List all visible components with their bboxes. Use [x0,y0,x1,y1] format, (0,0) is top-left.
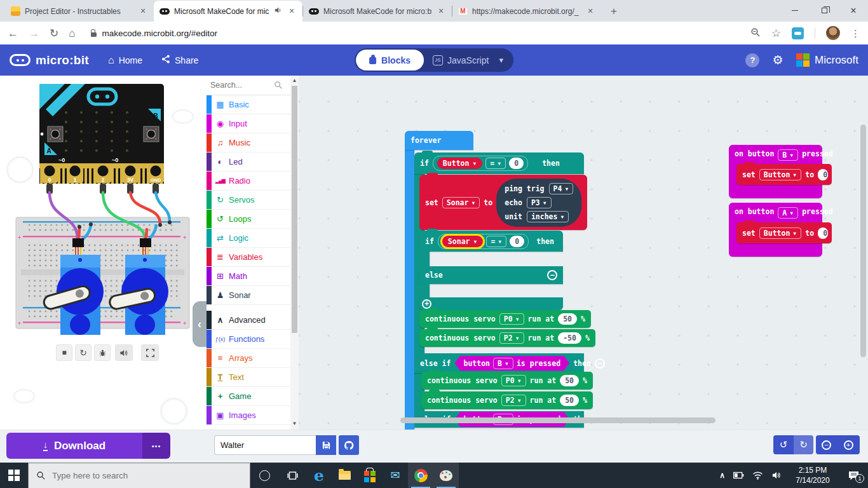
toolbox-category-basic[interactable]: ▦Basic [207,95,290,114]
back-icon[interactable]: ← [8,28,18,39]
number-value[interactable]: 50 [560,395,579,406]
tab-close-icon[interactable]: × [287,6,297,17]
tab-close-icon[interactable]: × [138,6,148,17]
toolbox-category-loops[interactable]: ↺Loops [207,210,290,229]
workspace-horizontal-scrollbar[interactable] [400,417,715,423]
operator-dropdown[interactable]: = ▾ [486,236,506,247]
reload-icon[interactable]: ↻ [50,28,58,39]
block-inner-if-spine-2[interactable] [419,284,430,297]
new-tab-button[interactable]: + [605,3,623,20]
tab-instructables[interactable]: Project Editor - Instructables × [5,1,154,22]
tray-chevron-icon[interactable]: ∧ [719,471,725,480]
download-more-button[interactable]: ••• [142,433,170,459]
variable-dropdown[interactable]: Button▾ [759,227,801,239]
extension-icon[interactable] [792,27,804,39]
button-dropdown[interactable]: A▾ [778,207,798,219]
tab-blocks[interactable]: Blocks [356,50,424,71]
sim-volume-button[interactable] [115,344,133,361]
battery-icon[interactable] [733,471,744,479]
pin-dropdown[interactable]: P2▾ [501,395,526,406]
button-b[interactable] [144,126,171,142]
toolbox-category-arrays[interactable]: ≡Arrays [207,349,290,368]
number-value[interactable]: 0 [509,158,524,169]
zoom-in-button[interactable]: + [837,435,860,454]
toolbox-category-variables[interactable]: ≣Variables [207,248,290,267]
action-center-button[interactable]: 1 [844,471,863,480]
toolbox-category-input[interactable]: ◉Input [207,114,290,133]
tab-close-icon[interactable]: × [585,6,595,17]
button-dropdown[interactable]: B▾ [493,358,513,369]
toolbox-category-sonar[interactable]: ♟Sonar [207,286,290,305]
profile-avatar[interactable] [826,26,840,40]
simulator-collapse-button[interactable]: ‹ [193,301,207,347]
toolbox-category-images[interactable]: ▣Images [207,406,290,425]
block-set-button-b[interactable]: set Button▾ to 0 [736,164,832,185]
number-value[interactable]: 0 [818,227,828,239]
toolbox-category-logic[interactable]: ⇄Logic [207,229,290,248]
save-button[interactable] [316,435,336,455]
pin-dropdown[interactable]: P0▾ [501,375,526,386]
taskbar-store[interactable] [357,463,383,488]
scroll-up-icon[interactable]: ▲ [290,78,299,83]
block-continuous-servo-1[interactable]: continuous servo P0▾ run at 50 % [419,310,591,328]
project-name-input[interactable] [214,435,316,455]
number-value[interactable]: 0 [510,236,524,247]
toolbox-category-game[interactable]: +Game [207,387,290,406]
block-inner-if-header[interactable]: if Sonar ▾ = ▾ 0 then [419,231,563,252]
tab-gmail-url[interactable]: M https://makecode.microbit.org/_ × [452,1,601,22]
block-continuous-servo-2[interactable]: continuous servo P2▾ run at -50 % [419,329,595,347]
taskbar-file-explorer[interactable] [332,463,357,488]
block-continuous-servo-3[interactable]: continuous servo P0▾ run at 50 % [421,372,593,390]
taskbar-paint-active[interactable] [433,463,459,488]
taskbar-clock[interactable]: 2:15 PM 7/14/2020 [790,465,836,485]
number-value[interactable]: 50 [560,375,579,386]
block-else-if-row[interactable]: else if button B▾ is pressed then − [414,353,584,373]
taskbar-chrome-active[interactable] [408,463,433,488]
start-button[interactable] [0,463,28,488]
sim-stop-button[interactable]: ■ [56,344,72,361]
pin-dropdown[interactable]: P2▾ [499,332,524,344]
microsoft-logo[interactable]: Microsoft [796,53,858,67]
url-text[interactable]: makecode.microbit.org/#editor [102,29,218,38]
github-button[interactable] [339,435,359,455]
collapse-minus-icon[interactable]: − [595,358,605,369]
home-button[interactable]: ⌂ Home [108,55,142,66]
window-restore-button[interactable] [810,0,839,21]
volume-icon[interactable] [771,471,782,480]
pin-dropdown[interactable]: P0▾ [499,313,524,325]
share-button[interactable]: Share [161,55,198,65]
toolbox-category-radio[interactable]: ▂▄▆Radio [207,172,290,191]
block-else-row[interactable]: else − [419,266,563,284]
toolbox-category-advanced[interactable]: ∧Advanced [207,311,290,330]
download-button[interactable]: ↓ Download ••• [6,433,170,459]
help-button[interactable]: ? [745,53,759,67]
zoom-out-button[interactable]: − [816,435,837,454]
sim-restart-button[interactable]: ↻ [75,344,92,361]
url-box[interactable]: makecode.microbit.org/#editor [86,29,740,38]
toolbox-scrollbar[interactable]: ▲ ▼ [290,76,299,430]
expand-plus-icon[interactable]: + [422,299,431,309]
bookmark-star-icon[interactable]: ☆ [771,28,781,39]
number-value[interactable]: -50 [558,332,581,344]
tab-makecode-2[interactable]: Microsoft MakeCode for micro:b × [303,1,452,22]
toolbox-category-music[interactable]: ♫Music [207,133,290,152]
block-forever[interactable]: forever [405,131,473,150]
toolbox-category-text[interactable]: TText [207,368,290,387]
block-inner-if-spine[interactable] [419,252,430,266]
comparison-slot[interactable]: Sonar ▾ = ▾ 0 [438,234,529,249]
block-forever-spine[interactable] [405,149,414,430]
gear-icon[interactable]: ⚙ [772,53,783,67]
number-value[interactable]: 0 [818,169,828,180]
sim-debug-button[interactable] [94,344,111,361]
toolbox-category-math[interactable]: ⊞Math [207,267,290,286]
toolbox-search[interactable] [207,76,290,95]
variable-button-pill[interactable]: Button ▾ [437,158,482,169]
cortana-button[interactable] [250,463,278,488]
button-pressed-condition[interactable]: button B▾ is pressed [454,356,569,371]
taskbar-edge[interactable]: e [306,463,332,488]
trig-pin-dropdown[interactable]: P4▾ [549,183,574,194]
number-value[interactable]: 50 [558,313,577,325]
window-close-button[interactable]: × [839,0,868,21]
sim-fullscreen-button[interactable] [141,344,159,361]
redo-button[interactable]: ↻ [794,435,813,454]
